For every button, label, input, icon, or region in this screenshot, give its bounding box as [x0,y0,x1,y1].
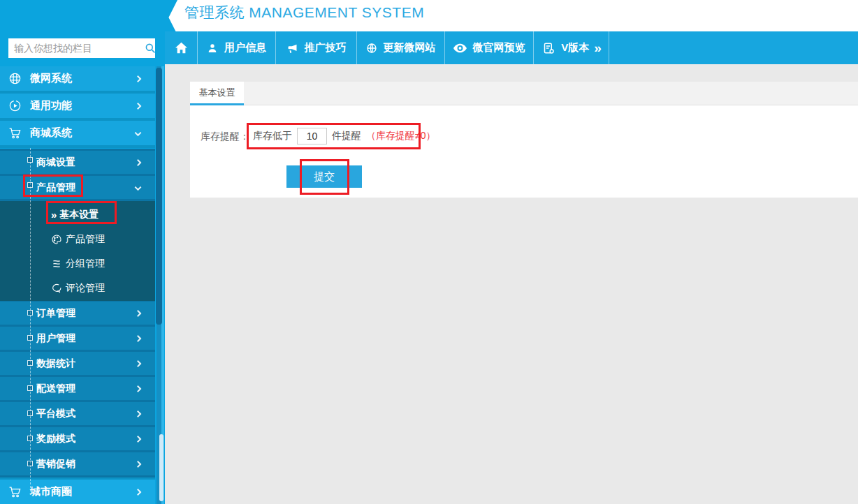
chevron-right-icon [135,385,142,392]
tree-node [27,385,33,391]
play-circle-icon [8,99,22,112]
double-chevron-icon: » [51,209,55,221]
content-panel: 基本设置 库存提醒： 库存低于 件提醒 （库存提醒≠0） 提交 [190,82,858,198]
search-icon[interactable] [145,43,156,54]
sidebar-item-label: 订单管理 [36,307,75,320]
nav-item-label: 更新微网站 [384,41,436,54]
chevron-right-icon [135,410,142,417]
tab-strip: 基本设置 [190,82,858,105]
sidebar-item-data-statistics[interactable]: 数据统计 [0,352,155,375]
layers-icon [51,258,63,269]
sidebar-group-mall-children-bottom: 订单管理 用户管理 数据统计 配送管理 平台模式 奖励模式 [0,301,155,477]
tree-node [27,335,33,341]
megaphone-icon [286,43,298,54]
sidebar-item-label: 奖励模式 [36,433,75,445]
palette-icon [51,234,63,245]
sidebar-item-comment-management[interactable]: 评论管理 [0,276,155,300]
chevron-right-icon [135,310,142,317]
sidebar-item-product-admin[interactable]: 产品管理 [0,227,155,251]
chevron-right-icon [135,461,142,468]
sidebar-item-label: 配送管理 [36,383,75,395]
tree-node [27,436,33,441]
nav-item-user-info[interactable]: 用户信息 [198,31,276,64]
tree-node [27,182,33,188]
tree-node [27,360,33,366]
sidebar-item-label: 商城系统 [30,126,72,140]
tree-node [27,461,33,466]
home-icon [175,42,188,54]
nav-item-label: 微官网预览 [473,41,525,54]
sidebar-search [8,38,155,58]
sidebar-item-general-functions[interactable]: 通用功能 [0,94,155,118]
sidebar-item-label: 分组管理 [66,258,105,270]
sidebar: 微网系统 通用功能 商城系统 商城设置 [0,0,165,504]
submit-button[interactable]: 提交 [286,165,362,188]
tab-basic-settings[interactable]: 基本设置 [190,82,244,105]
sidebar-item-order-management[interactable]: 订单管理 [0,302,155,325]
tab-label: 基本设置 [199,87,235,99]
sidebar-item-label: 评论管理 [66,282,105,295]
nav-item-label: V版本 [561,41,589,54]
tree-node [27,157,33,163]
inventory-hint-text: （库存提醒≠0） [366,130,435,142]
chevron-right-icon [135,335,142,342]
chevron-down-icon [135,184,142,191]
sidebar-item-label: 城市商圈 [30,485,72,498]
chevron-right-icon [135,75,142,82]
sidebar-item-marketing-promotion[interactable]: 营销促销 [0,452,155,475]
nav-home-button[interactable] [165,31,198,64]
sidebar-scrollbar-thumb[interactable] [156,68,162,325]
nav-item-label: 推广技巧 [305,41,347,54]
nav-item-version[interactable]: V版本 » [534,31,609,64]
version-doc-gear-icon [543,42,555,54]
chevron-down-icon [135,129,142,136]
chevron-right-icon [135,436,142,443]
sidebar-item-city-business-circle[interactable]: 城市商圈 [0,480,155,504]
sidebar-item-mall-system[interactable]: 商城系统 [0,121,155,145]
sidebar-item-label: 产品管理 [36,181,75,194]
sidebar-item-label: 平台模式 [36,408,75,420]
after-input-text: 件提醒 [332,130,361,142]
before-input-text: 库存低于 [253,130,292,142]
nav-item-site-preview[interactable]: 微官网预览 [445,31,534,64]
page-title: 管理系统 MANAGEMENT SYSTEM [184,3,424,22]
sidebar-item-label: 数据统计 [36,357,75,370]
nav-item-update-site[interactable]: 更新微网站 [357,31,445,64]
sidebar-item-label: 微网系统 [30,72,72,85]
inventory-threshold-input[interactable] [297,128,327,144]
search-input[interactable] [8,43,145,54]
admin-screen: 管理系统 MANAGEMENT SYSTEM 用户信息 推广技巧 更新微网站 [0,0,858,504]
sidebar-item-label: 用户管理 [36,332,75,345]
sidebar-group-top: 微网系统 通用功能 商城系统 [0,66,155,148]
sidebar-scrollbar-thumb-light[interactable] [159,434,163,501]
nav-item-promo-tips[interactable]: 推广技巧 [276,31,357,64]
sidebar-item-label: 商城设置 [36,156,75,169]
sidebar-item-label: 营销促销 [36,458,75,470]
nav-item-label: 用户信息 [224,41,266,54]
cart-icon [8,126,22,140]
header-bar: 管理系统 MANAGEMENT SYSTEM [165,0,858,31]
sidebar-item-label: 通用功能 [30,99,72,112]
user-icon [207,43,218,54]
comment-bubble-icon [51,283,63,294]
sidebar-item-micro-site-system[interactable]: 微网系统 [0,66,155,91]
sidebar-item-basic-settings[interactable]: » 基本设置 [0,202,155,227]
sidebar-item-label: 产品管理 [66,233,105,246]
sidebar-group-bottom: 城市商圈 [0,477,155,504]
sidebar-item-mall-settings[interactable]: 商城设置 [0,151,155,174]
sidebar-item-product-management[interactable]: 产品管理 [0,176,155,199]
chevron-right-icon [135,159,142,166]
sidebar-item-reward-mode[interactable]: 奖励模式 [0,427,155,450]
inventory-alert-label: 库存提醒： [201,124,249,149]
eye-icon [453,43,467,53]
sidebar-item-platform-mode[interactable]: 平台模式 [0,402,155,425]
sidebar-group-mall-children-top: 商城设置 产品管理 [0,149,155,201]
top-navbar: 用户信息 推广技巧 更新微网站 微官网预览 V版本 » [165,31,858,64]
sidebar-item-group-management[interactable]: 分组管理 [0,251,155,276]
globe-grid-icon [8,72,22,85]
tree-node [27,410,33,416]
sidebar-item-user-management[interactable]: 用户管理 [0,327,155,350]
sidebar-item-delivery-management[interactable]: 配送管理 [0,377,155,400]
sidebar-item-label: 基本设置 [59,209,99,221]
inventory-alert-row: 库存低于 件提醒 （库存提醒≠0） [253,124,435,149]
